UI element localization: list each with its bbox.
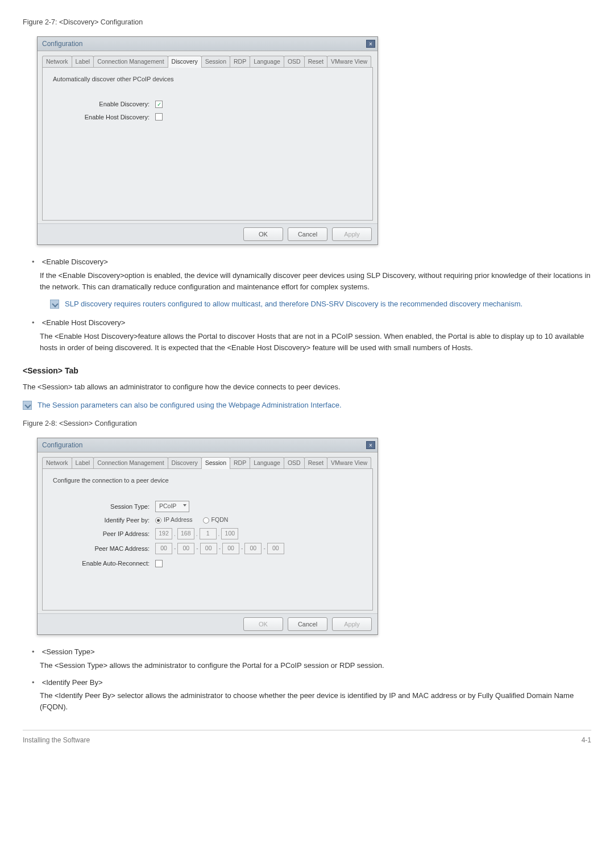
- tab-network[interactable]: Network: [42, 56, 72, 68]
- discovery-dialog: Configuration × Network Label Connection…: [37, 36, 378, 245]
- ip-seg[interactable]: 100: [221, 528, 238, 539]
- session-type-label: Session Type:: [53, 502, 155, 512]
- bullet-enable-discovery-title: <Enable Discovery>: [42, 258, 108, 266]
- bullet-identify-peer-title: <Identify Peer By>: [42, 678, 103, 687]
- tab-discovery[interactable]: Discovery: [168, 457, 202, 469]
- identify-peer-label: Identify Peer by:: [53, 516, 155, 525]
- tab-strip: Network Label Connection Management Disc…: [42, 56, 373, 68]
- auto-reconnect-label: Enable Auto-Reconnect:: [53, 559, 155, 568]
- enable-discovery-checkbox[interactable]: ✓: [155, 101, 163, 108]
- bullet-session-type-body: The <Session Type> allows the administra…: [40, 660, 591, 671]
- session-tab-panel: Configure the connection to a peer devic…: [42, 468, 373, 610]
- discovery-tab-panel: Automatically discover other PCoIP devic…: [42, 67, 373, 221]
- identify-fqdn-radio[interactable]: FQDN: [203, 516, 229, 525]
- note-text: The Session parameters can also be confi…: [38, 400, 342, 411]
- session-type-select[interactable]: PCoIP: [155, 501, 189, 512]
- tab-vmware-view[interactable]: VMware View: [327, 56, 371, 68]
- bullet-session-type-title: <Session Type>: [42, 647, 95, 656]
- enable-host-discovery-label: Enable Host Discovery:: [53, 113, 155, 122]
- tab-osd[interactable]: OSD: [284, 457, 305, 469]
- tab-session[interactable]: Session: [201, 457, 230, 469]
- mac-seg[interactable]: 00: [200, 543, 217, 554]
- tab-label[interactable]: Label: [72, 56, 94, 68]
- page-footer: Installing the Software 4-1: [23, 730, 591, 745]
- tab-network[interactable]: Network: [42, 457, 72, 469]
- apply-button[interactable]: Apply: [332, 227, 372, 242]
- ok-button[interactable]: OK: [243, 617, 283, 632]
- note-icon: [50, 300, 59, 309]
- ip-seg[interactable]: 1: [200, 528, 217, 539]
- close-icon[interactable]: ×: [366, 441, 375, 449]
- mac-seg[interactable]: 00: [222, 543, 239, 554]
- enable-host-discovery-checkbox[interactable]: [155, 113, 163, 121]
- ip-seg[interactable]: 192: [155, 528, 172, 539]
- tab-language[interactable]: Language: [250, 56, 284, 68]
- bullet-enable-host-discovery-title: <Enable Host Discovery>: [42, 318, 126, 327]
- tab-vmware-view[interactable]: VMware View: [327, 457, 371, 469]
- tab-reset[interactable]: Reset: [304, 56, 327, 68]
- session-tab-heading: <Session> Tab: [23, 365, 591, 377]
- tab-session[interactable]: Session: [201, 56, 230, 68]
- apply-button[interactable]: Apply: [332, 617, 372, 632]
- bullet-enable-discovery-body: If the <Enable Discovery>option is enabl…: [40, 270, 591, 293]
- dialog-titlebar: Configuration ×: [38, 438, 377, 452]
- tab-rdp[interactable]: RDP: [230, 56, 250, 68]
- dialog-title: Configuration: [42, 440, 82, 450]
- ip-seg[interactable]: 168: [177, 528, 194, 539]
- tab-connection-mgmt[interactable]: Connection Management: [93, 457, 168, 469]
- bullet-enable-host-discovery-body: The <Enable Host Discovery>feature allow…: [40, 331, 591, 354]
- session-tab-intro: The <Session> tab allows an administrato…: [23, 381, 591, 393]
- identify-ip-radio-label: IP Address: [164, 516, 193, 525]
- dialog-title: Configuration: [42, 39, 82, 49]
- panel-description: Automatically discover other PCoIP devic…: [53, 74, 362, 84]
- identify-ip-radio[interactable]: IP Address: [155, 516, 193, 525]
- peer-mac-label: Peer MAC Address:: [53, 544, 155, 554]
- panel-description: Configure the connection to a peer devic…: [53, 476, 362, 485]
- tab-strip: Network Label Connection Management Disc…: [42, 457, 373, 469]
- tab-connection-mgmt[interactable]: Connection Management: [93, 56, 168, 68]
- dialog-titlebar: Configuration ×: [38, 37, 377, 51]
- mac-seg[interactable]: 00: [267, 543, 284, 554]
- mac-seg[interactable]: 00: [177, 543, 194, 554]
- note-text: SLP discovery requires routers configure…: [65, 298, 522, 310]
- mac-seg[interactable]: 00: [155, 543, 172, 554]
- bullet-identify-peer-body: The <Identify Peer By> selector allows t…: [40, 690, 591, 713]
- enable-discovery-label: Enable Discovery:: [53, 99, 155, 109]
- tab-discovery[interactable]: Discovery: [168, 56, 202, 68]
- cancel-button[interactable]: Cancel: [288, 227, 327, 242]
- tab-osd[interactable]: OSD: [284, 56, 305, 68]
- footer-left: Installing the Software: [23, 735, 90, 745]
- cancel-button[interactable]: Cancel: [288, 617, 327, 632]
- auto-reconnect-checkbox[interactable]: [155, 560, 163, 567]
- peer-mac-field[interactable]: 00- 00- 00- 00- 00- 00: [155, 543, 284, 554]
- dialog-button-bar: OK Cancel Apply: [38, 613, 377, 635]
- peer-ip-label: Peer IP Address:: [53, 529, 155, 539]
- close-icon[interactable]: ×: [366, 40, 375, 48]
- tab-language[interactable]: Language: [250, 457, 284, 469]
- tab-label[interactable]: Label: [72, 457, 94, 469]
- note-icon: [23, 401, 32, 410]
- dialog-button-bar: OK Cancel Apply: [38, 223, 377, 245]
- ok-button[interactable]: OK: [243, 227, 283, 242]
- mac-seg[interactable]: 00: [244, 543, 262, 554]
- peer-ip-field[interactable]: 192. 168. 1. 100: [155, 528, 238, 539]
- tab-reset[interactable]: Reset: [304, 457, 327, 469]
- footer-right: 4-1: [582, 735, 591, 745]
- session-dialog: Configuration × Network Label Connection…: [37, 438, 378, 635]
- figure-caption: Figure 2-7: <Discovery> Configuration: [23, 17, 591, 28]
- identify-fqdn-radio-label: FQDN: [211, 516, 229, 525]
- tab-rdp[interactable]: RDP: [230, 457, 250, 469]
- figure-caption: Figure 2-8: <Session> Configuration: [23, 418, 591, 429]
